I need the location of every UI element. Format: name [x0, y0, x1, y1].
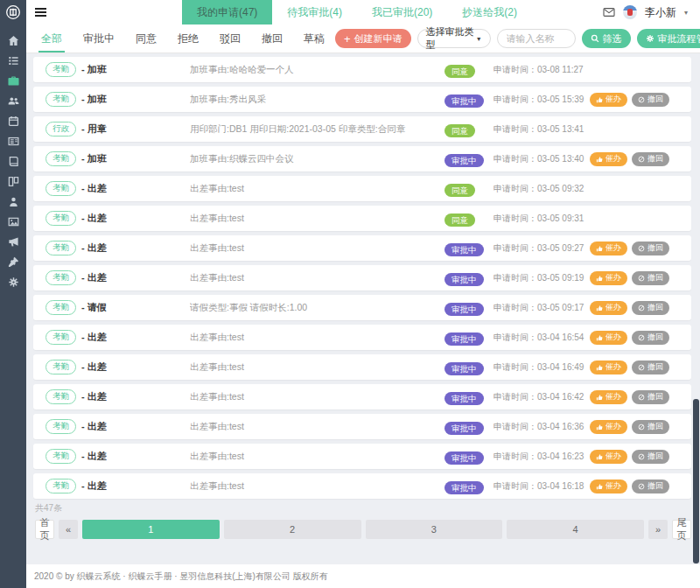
category-cell: 考勤 - 出差 — [46, 181, 190, 195]
name-search-input[interactable] — [497, 29, 576, 48]
list-item[interactable]: 考勤 - 加班 加班事由:哈哈哈爱一个人 同意 申请时间：03-08 11:27 — [33, 57, 691, 82]
approval-description: 出差事由:test — [190, 451, 444, 463]
tab-cc-to-me[interactable]: 抄送给我(2) — [447, 0, 532, 24]
sidebar-item-kanban[interactable] — [0, 172, 26, 192]
category-badge: 考勤 — [46, 211, 76, 225]
sidebar-item-settings[interactable] — [0, 272, 26, 292]
list-item[interactable]: 考勤 - 出差 出差事由:test 同意 申请时间：03-05 09:31 — [33, 206, 691, 231]
list-item[interactable]: 考勤 - 出差 出差事由:test 审批中 申请时间：03-04 16:54 催… — [33, 325, 691, 350]
list-item[interactable]: 行政 - 用章 用印部门:DB1 用印日期:2021-03-05 印章类型:合同… — [33, 116, 691, 142]
category-cell: 行政 - 用章 — [46, 122, 190, 136]
user-name[interactable]: 李小新 — [645, 5, 676, 20]
revoke-button[interactable]: 撤回 — [632, 271, 669, 285]
status-badge: 审批中 — [444, 422, 484, 435]
sidebar-item-announcements[interactable] — [0, 232, 26, 252]
list-item[interactable]: 考勤 - 出差 出差事由:test 审批中 申请时间：03-05 09:19 催… — [33, 265, 691, 290]
revoke-button[interactable]: 撤回 — [632, 152, 669, 166]
page-footer: 2020 © by 织蝶云系统 · 织蝶云手册 · 昱羽信息科技(上海)有限公司… — [26, 564, 700, 588]
filter-tab-revoked[interactable]: 撤回 — [251, 24, 293, 52]
page-button-»[interactable]: » — [648, 520, 668, 539]
page-button-1[interactable]: 1 — [82, 520, 220, 539]
urge-button[interactable]: 催办 — [590, 242, 627, 256]
urge-button[interactable]: 催办 — [590, 360, 627, 374]
sidebar-item-team[interactable] — [0, 91, 26, 111]
urge-button[interactable]: 催办 — [590, 390, 627, 404]
urge-button[interactable]: 催办 — [590, 271, 627, 285]
sidebar-item-tasks[interactable] — [0, 51, 26, 71]
filter-tab-pending[interactable]: 审批中 — [73, 24, 125, 52]
mail-icon[interactable] — [603, 6, 615, 18]
create-application-button[interactable]: + 创建新申请 — [335, 29, 411, 48]
page-button-2[interactable]: 2 — [224, 520, 361, 539]
category-cell: 考勤 - 加班 — [46, 92, 190, 106]
menu-toggle-icon[interactable] — [26, 0, 54, 24]
approval-description: 出差事由:test — [190, 480, 444, 493]
revoke-button[interactable]: 撤回 — [632, 331, 669, 345]
sidebar-item-members[interactable] — [0, 192, 26, 212]
list-item[interactable]: 考勤 - 出差 出差事由:test 审批中 申请时间：03-04 16:49 催… — [33, 354, 691, 380]
page-button-首页[interactable]: 首页 — [35, 520, 54, 539]
category-cell: 考勤 - 加班 — [46, 62, 190, 76]
urge-button[interactable]: 催办 — [590, 331, 627, 345]
list-item[interactable]: 考勤 - 出差 出差事由:test 审批中 申请时间：03-04 16:42 催… — [33, 384, 691, 410]
page-button-4[interactable]: 4 — [507, 520, 644, 539]
list-item[interactable]: 考勤 - 加班 加班事由:秀出风采 审批中 申请时间：03-05 15:39 催… — [33, 87, 691, 112]
scrollbar-thumb[interactable] — [693, 399, 699, 564]
revoke-button[interactable]: 撤回 — [632, 390, 669, 404]
category-badge: 考勤 — [46, 360, 76, 374]
sidebar-item-reports[interactable] — [0, 131, 26, 151]
urge-button[interactable]: 催办 — [590, 301, 627, 315]
list-item[interactable]: 考勤 - 请假 请假类型:事假 请假时长:1.00 审批中 申请时间：03-05… — [33, 295, 691, 320]
row-actions: 催办 撤回 — [583, 301, 679, 315]
tab-approved-by-me[interactable]: 我已审批(20) — [357, 0, 447, 24]
urge-button[interactable]: 催办 — [590, 450, 627, 464]
page-button-3[interactable]: 3 — [366, 520, 503, 539]
urge-button[interactable]: 催办 — [590, 420, 627, 434]
list-item[interactable]: 考勤 - 加班 加班事由:织蝶云四中会议 审批中 申请时间：03-05 13:4… — [33, 146, 691, 172]
filter-button[interactable]: 筛选 — [582, 29, 631, 48]
page-button-尾页[interactable]: 尾页 — [672, 520, 691, 539]
urge-button[interactable]: 催办 — [590, 480, 627, 494]
tab-awaiting-my-approval[interactable]: 待我审批(4) — [272, 0, 357, 24]
filter-tab-draft[interactable]: 草稿 — [293, 24, 335, 52]
revoke-button[interactable]: 撤回 — [632, 360, 669, 374]
category-badge: 考勤 — [46, 389, 76, 403]
list-item[interactable]: 考勤 - 出差 出差事由:test 审批中 申请时间：03-04 16:36 催… — [33, 414, 691, 439]
urge-button[interactable]: 催办 — [590, 152, 627, 166]
sidebar-nav — [0, 31, 26, 292]
page-button-«[interactable]: « — [59, 520, 78, 539]
category-badge: 考勤 — [46, 449, 76, 463]
approval-type-label: - 用章 — [81, 122, 107, 136]
list-item[interactable]: 考勤 - 出差 出差事由:test 审批中 申请时间：03-04 16:23 催… — [33, 444, 691, 469]
list-item[interactable]: 考勤 - 出差 出差事由:test 同意 申请时间：03-05 09:32 — [33, 176, 691, 201]
revoke-button[interactable]: 撤回 — [632, 480, 669, 494]
revoke-button[interactable]: 撤回 — [632, 450, 669, 464]
status-badge: 审批中 — [444, 332, 484, 346]
sidebar-item-approvals[interactable] — [0, 252, 26, 272]
revoke-button[interactable]: 撤回 — [632, 420, 669, 434]
filter-tab-rejected[interactable]: 拒绝 — [167, 24, 209, 52]
approval-type-label: - 出差 — [81, 390, 107, 403]
list-item[interactable]: 考勤 - 出差 出差事由:test 审批中 申请时间：03-05 09:27 催… — [33, 235, 691, 261]
urge-button[interactable]: 催办 — [590, 93, 627, 107]
list-item[interactable]: 考勤 - 出差 出差事由:test 审批中 申请时间：03-04 16:18 催… — [33, 473, 691, 499]
user-avatar[interactable] — [623, 5, 637, 19]
sidebar-item-projects[interactable] — [0, 71, 26, 91]
approval-flow-manage-button[interactable]: 审批流程管理 — [637, 29, 700, 48]
sidebar-item-docs[interactable] — [0, 151, 26, 172]
filter-tab-all[interactable]: 全部 — [31, 24, 73, 52]
row-actions: 催办 撤回 — [583, 360, 679, 374]
app-logo-icon[interactable] — [0, 0, 26, 24]
category-cell: 考勤 - 出差 — [46, 449, 190, 463]
revoke-button[interactable]: 撤回 — [632, 93, 669, 107]
filter-tab-returned[interactable]: 驳回 — [209, 24, 251, 52]
sidebar-item-gallery[interactable] — [0, 212, 26, 232]
revoke-button[interactable]: 撤回 — [632, 242, 669, 256]
filter-tab-agreed[interactable]: 同意 — [125, 24, 167, 52]
revoke-button[interactable]: 撤回 — [632, 301, 669, 315]
sidebar-item-calendar[interactable] — [0, 111, 26, 131]
chevron-down-icon[interactable]: ▾ — [684, 9, 688, 17]
tab-my-applications[interactable]: 我的申请(47) — [182, 0, 272, 24]
sidebar-item-home[interactable] — [0, 31, 26, 51]
approval-type-select[interactable]: 选择审批类型 ▼ — [417, 29, 491, 48]
